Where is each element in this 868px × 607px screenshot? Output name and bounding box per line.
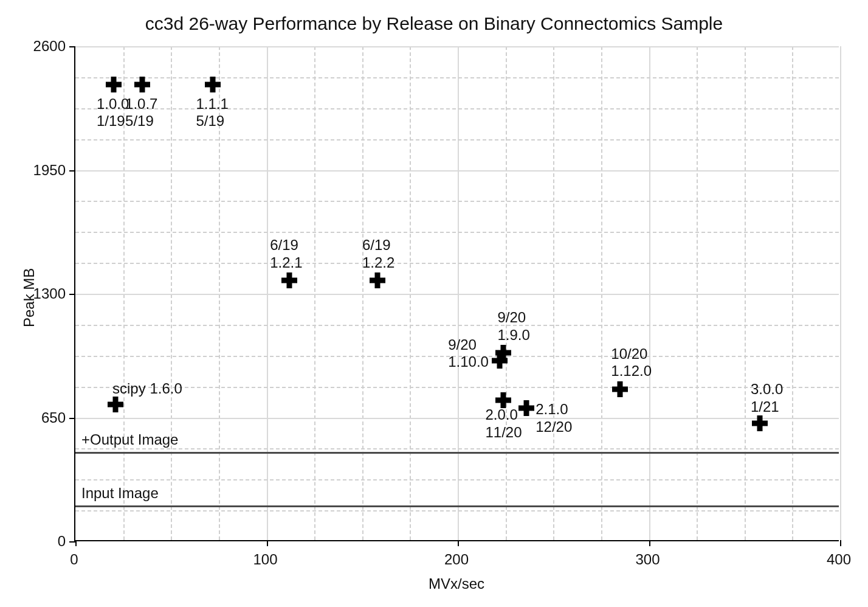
x-tick-label: 100	[253, 551, 277, 568]
gridline-h-minor	[75, 108, 839, 109]
data-point	[108, 397, 123, 412]
gridline-v	[840, 46, 841, 540]
data-point	[205, 77, 221, 92]
y-tick-label: 2600	[33, 38, 66, 55]
data-point-label: scipy 1.6.0	[112, 380, 182, 398]
y-tick	[69, 46, 75, 47]
data-point-label: 6/19 1.2.1	[270, 237, 302, 272]
data-point	[492, 353, 508, 369]
data-point	[752, 415, 768, 431]
data-point-label: 1.0.7 5/19	[125, 95, 157, 131]
gridline-h-minor	[75, 325, 839, 326]
x-tick	[458, 540, 459, 546]
data-point-label: 3.0.0 1/21	[751, 381, 783, 416]
gridline-h	[75, 46, 839, 47]
gridline-v-minor	[697, 46, 698, 540]
x-tick-label: 0	[70, 551, 78, 568]
reference-line-label: Input Image	[81, 485, 159, 502]
data-point-label: 1.1.1 5/19	[196, 95, 228, 131]
gridline-v-minor	[171, 46, 172, 540]
data-point-label: 10/20 1.12.0	[611, 345, 652, 381]
gridline-h-minor	[75, 232, 839, 233]
y-tick-label: 1300	[33, 285, 66, 302]
chart-title: cc3d 26-way Performance by Release on Bi…	[0, 13, 868, 34]
gridline-v	[267, 46, 268, 540]
gridline-v-minor	[314, 46, 315, 540]
data-point	[106, 77, 122, 92]
gridline-v	[649, 46, 650, 540]
gridline-v	[458, 46, 459, 540]
x-axis-label: MVx/sec	[74, 575, 839, 592]
gridline-v-minor	[745, 46, 746, 540]
y-tick-label: 0	[58, 533, 66, 550]
x-tick-label: 400	[827, 551, 851, 568]
gridline-h	[75, 294, 839, 295]
reference-line	[75, 452, 839, 454]
gridline-v-minor	[553, 46, 554, 540]
gridline-h-minor	[75, 479, 839, 480]
gridline-v-minor	[410, 46, 411, 540]
x-tick	[267, 540, 268, 546]
y-tick-label: 1950	[33, 162, 66, 179]
x-tick-label: 200	[444, 551, 469, 568]
chart-figure: cc3d 26-way Performance by Release on Bi…	[0, 0, 868, 607]
y-tick	[69, 541, 75, 543]
x-tick	[75, 540, 77, 546]
gridline-h-minor	[75, 510, 839, 512]
y-tick	[69, 418, 75, 419]
reference-line	[75, 505, 839, 507]
x-tick	[840, 540, 841, 546]
gridline-v-minor	[792, 46, 793, 540]
data-point	[370, 272, 385, 288]
y-tick-label: 650	[41, 409, 66, 426]
gridline-h-minor	[75, 387, 839, 388]
data-point	[281, 272, 297, 288]
data-point-label: 6/19 1.2.2	[362, 237, 394, 272]
y-tick	[69, 294, 75, 295]
gridline-h	[75, 170, 839, 172]
x-tick	[649, 540, 650, 546]
gridline-v-minor	[601, 46, 602, 540]
plot-area: Input Image+Output Image1.0.0 1/191.0.7 …	[74, 46, 839, 541]
gridline-v-minor	[506, 46, 507, 540]
gridline-h-minor	[75, 201, 839, 202]
gridline-h-minor	[75, 77, 839, 78]
data-point-label: 1.0.0 1/19	[97, 95, 129, 131]
data-point-label: 2.0.0 11/20	[485, 406, 522, 442]
data-point	[134, 77, 150, 92]
data-point-label: 9/20 1.10.0	[448, 336, 489, 372]
data-point-label: 2.1.0 12/20	[536, 401, 572, 436]
reference-line-label: +Output Image	[81, 431, 178, 449]
gridline-h-minor	[75, 139, 839, 140]
x-tick-label: 300	[635, 551, 660, 568]
data-point	[612, 381, 628, 397]
data-point-label: 9/20 1.9.0	[497, 309, 529, 344]
y-tick	[69, 170, 75, 172]
gridline-h-minor	[75, 263, 839, 264]
gridline-v-minor	[362, 46, 363, 540]
data-point	[518, 400, 534, 416]
gridline-h-minor	[75, 448, 839, 449]
gridline-h	[75, 418, 839, 419]
